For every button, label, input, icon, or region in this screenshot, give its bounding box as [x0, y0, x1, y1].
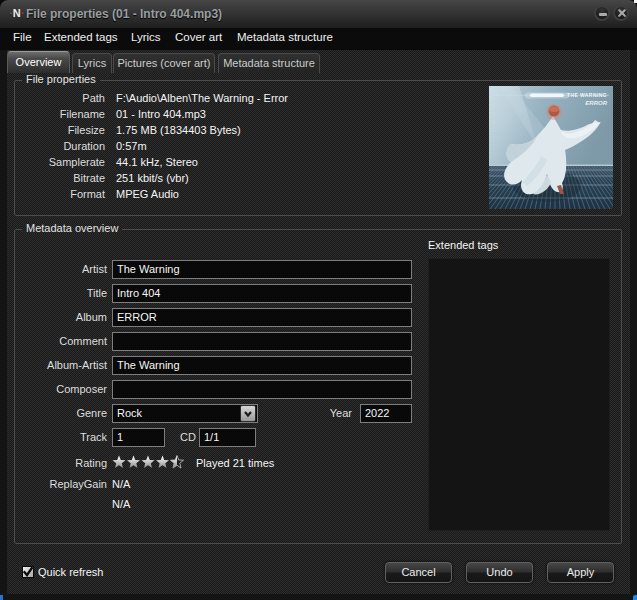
svg-text:ERROR: ERROR: [585, 100, 607, 106]
svg-text:THE WARNING: THE WARNING: [567, 92, 607, 98]
